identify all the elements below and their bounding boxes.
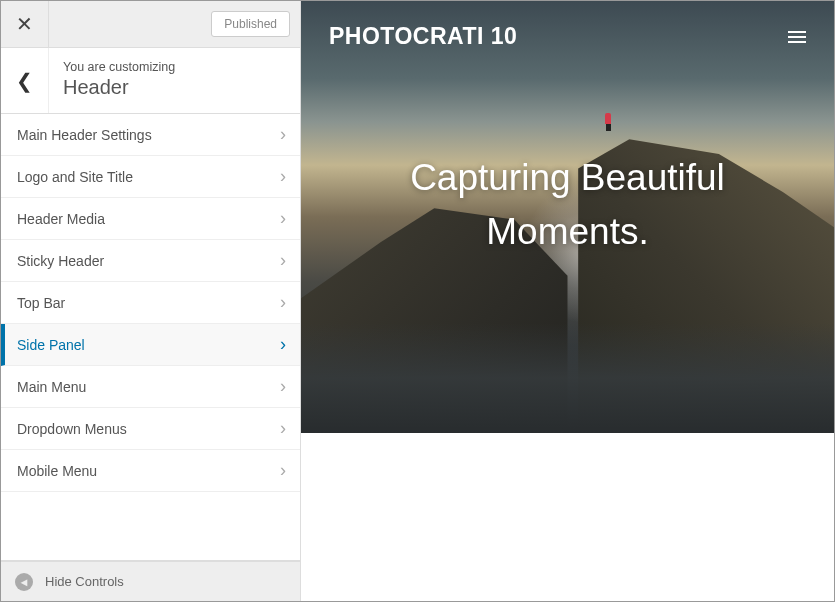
close-icon: ✕ [16, 12, 33, 36]
hamburger-menu-icon[interactable] [788, 28, 806, 46]
chevron-right-icon: › [280, 334, 286, 355]
chevron-right-icon: › [280, 418, 286, 439]
hide-controls-label: Hide Controls [45, 574, 124, 589]
chevron-right-icon: › [280, 376, 286, 397]
menu-item-main-header-settings[interactable]: Main Header Settings › [1, 114, 300, 156]
hero-scenery-person [605, 113, 612, 131]
chevron-right-icon: › [280, 124, 286, 145]
menu-item-label: Sticky Header [17, 253, 104, 269]
sidebar-topbar: ✕ Published [1, 1, 300, 47]
menu-item-label: Logo and Site Title [17, 169, 133, 185]
customize-subtext: You are customizing [63, 60, 175, 74]
menu-item-logo-site-title[interactable]: Logo and Site Title › [1, 156, 300, 198]
chevron-right-icon: › [280, 292, 286, 313]
customize-section-title: Header [63, 76, 175, 99]
chevron-right-icon: › [280, 208, 286, 229]
tagline-line2: Moments. [301, 205, 834, 259]
tagline-line1: Capturing Beautiful [301, 151, 834, 205]
customize-header: ❮ You are customizing Header [1, 47, 300, 114]
chevron-right-icon: › [280, 166, 286, 187]
hero-tagline: Capturing Beautiful Moments. [301, 151, 834, 258]
collapse-left-icon: ◂ [15, 573, 33, 591]
menu-item-label: Main Header Settings [17, 127, 152, 143]
hero-section: PHOTOCRATI 10 Capturing Beautiful Moment… [301, 1, 834, 433]
menu-item-label: Dropdown Menus [17, 421, 127, 437]
back-button[interactable]: ❮ [1, 48, 49, 113]
chevron-right-icon: › [280, 250, 286, 271]
preview-header-bar: PHOTOCRATI 10 [301, 1, 834, 72]
menu-item-side-panel[interactable]: Side Panel › [1, 324, 300, 366]
customizer-sidebar: ✕ Published ❮ You are customizing Header… [1, 1, 301, 601]
menu-item-main-menu[interactable]: Main Menu › [1, 366, 300, 408]
menu-item-mobile-menu[interactable]: Mobile Menu › [1, 450, 300, 492]
menu-item-label: Side Panel [17, 337, 85, 353]
menu-item-label: Header Media [17, 211, 105, 227]
customize-title-block: You are customizing Header [49, 48, 189, 113]
chevron-right-icon: › [280, 460, 286, 481]
chevron-left-icon: ❮ [16, 69, 33, 93]
menu-item-sticky-header[interactable]: Sticky Header › [1, 240, 300, 282]
menu-item-label: Top Bar [17, 295, 65, 311]
menu-item-label: Mobile Menu [17, 463, 97, 479]
site-title[interactable]: PHOTOCRATI 10 [329, 23, 517, 50]
publish-status-button[interactable]: Published [211, 11, 290, 37]
menu-item-header-media[interactable]: Header Media › [1, 198, 300, 240]
close-button[interactable]: ✕ [1, 1, 49, 47]
menu-list: Main Header Settings › Logo and Site Tit… [1, 114, 300, 561]
menu-item-dropdown-menus[interactable]: Dropdown Menus › [1, 408, 300, 450]
preview-pane: PHOTOCRATI 10 Capturing Beautiful Moment… [301, 1, 834, 601]
hide-controls-button[interactable]: ◂ Hide Controls [1, 561, 300, 601]
menu-item-top-bar[interactable]: Top Bar › [1, 282, 300, 324]
menu-item-label: Main Menu [17, 379, 86, 395]
